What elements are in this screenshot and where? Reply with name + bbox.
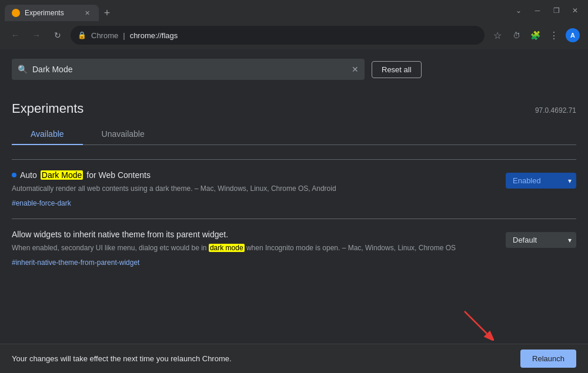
flag-desc-after-2: when Incognito mode is open. – Mac, Wind… [245,244,456,252]
search-icon: 🔍 [18,65,28,74]
reload-button[interactable]: ↻ [49,27,66,43]
url-base: Chrome [91,31,118,40]
minimize-button[interactable]: ─ [529,2,546,19]
tab-available[interactable]: Available [12,123,83,145]
titlebar: Experiments ✕ + ⌄ ─ ❐ ✕ [0,0,588,21]
version-label: 97.0.4692.71 [535,106,576,115]
addressbar: ← → ↻ 🔒 Chrome | chrome://flags ☆ ⏱ 🧩 ⋮ … [0,21,588,49]
tab-label: Experiments [25,9,64,17]
flag-title-1: Auto Dark Mode for Web Contents [12,170,496,180]
flag-description-2: When enabled, secondary UI like menu, di… [12,243,496,253]
chevron-down-icon[interactable]: ⌄ [510,2,527,19]
flag-title-text-2: Allow widgets to inherit native theme fr… [12,230,228,239]
flag-left-2: Allow widgets to inherit native theme fr… [12,230,496,267]
toolbar-icons: ☆ ⏱ 🧩 ⋮ A [489,27,581,43]
flag-item-2: Allow widgets to inherit native theme fr… [12,219,576,278]
window-controls: ⌄ ─ ❐ ✕ [510,2,583,19]
flag-title-before-1: Auto [20,170,37,180]
flag-title-2: Allow widgets to inherit native theme fr… [12,230,496,239]
profile-avatar[interactable]: A [564,27,581,43]
bottom-message: Your changes will take effect the next t… [12,354,232,363]
avatar-image: A [566,28,580,42]
flag-item-1: Auto Dark Mode for Web Contents Automati… [12,159,576,219]
search-area: 🔍 ✕ Reset all [0,49,588,89]
flag-select-1[interactable]: Default Enabled Disabled [506,173,576,189]
flag-select-wrapper-2: Default Enabled Disabled [506,232,576,248]
tab-close-button[interactable]: ✕ [82,8,92,18]
search-clear-icon[interactable]: ✕ [352,65,359,74]
flag-desc-before-2: When enabled, secondary UI like menu, di… [12,244,209,252]
search-box[interactable]: 🔍 ✕ [12,59,365,80]
extensions-icon[interactable]: 🧩 [527,27,543,43]
history-icon[interactable]: ⏱ [508,27,524,43]
reset-all-button[interactable]: Reset all [372,61,422,78]
browser-tab[interactable]: Experiments ✕ [5,5,99,21]
flag-link-2[interactable]: #inherit-native-theme-from-parent-widget [12,258,139,267]
settings-icon[interactable]: ⋮ [546,27,562,43]
forward-button[interactable]: → [28,27,45,43]
flag-description-1: Automatically render all web contents us… [12,183,496,194]
search-input[interactable] [32,65,347,74]
relaunch-button[interactable]: Relaunch [520,350,576,368]
flag-left-1: Auto Dark Mode for Web Contents Automati… [12,170,496,208]
flag-title-after-1: for Web Contents [86,170,151,180]
url-icon: 🔒 [78,31,86,39]
restore-button[interactable]: ❐ [548,2,564,19]
bookmark-icon[interactable]: ☆ [489,27,506,43]
page-content: 🔍 ✕ Reset all Experiments 97.0.4692.71 A… [0,49,588,344]
tab-unavailable[interactable]: Unavailable [83,123,163,145]
new-tab-button[interactable]: + [99,5,115,21]
flag-highlight-1: Dark Mode [41,170,83,180]
flag-select-wrapper-1: Default Enabled Disabled [506,173,576,189]
bottom-bar: Your changes will take effect the next t… [0,344,588,373]
tab-favicon-icon [12,9,20,17]
url-path: chrome://flags [130,31,178,40]
page-header: Experiments 97.0.4692.71 [12,89,576,123]
flag-control-1: Default Enabled Disabled [506,170,576,208]
tab-bar: Experiments ✕ + [5,0,115,21]
flag-link-1[interactable]: #enable-force-dark [12,199,71,207]
back-button[interactable]: ← [7,27,24,43]
flag-desc-highlight-2: dark mode [209,244,245,252]
flag-enabled-dot [12,173,16,177]
page-title: Experiments [12,101,83,116]
tab-nav: Available Unavailable [12,123,576,145]
url-separator: | [123,31,125,40]
close-button[interactable]: ✕ [567,2,583,19]
flag-select-2[interactable]: Default Enabled Disabled [506,232,576,248]
flag-control-2: Default Enabled Disabled [506,230,576,267]
url-bar[interactable]: 🔒 Chrome | chrome://flags [71,26,485,45]
main-content: Experiments 97.0.4692.71 Available Unava… [0,89,588,290]
